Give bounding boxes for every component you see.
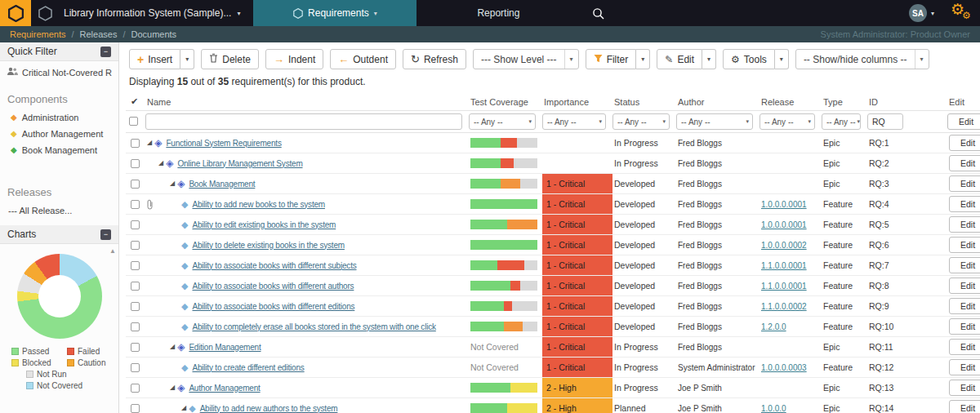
select-all-check-icon[interactable]: ✔ [127,96,138,106]
release-link[interactable]: 1.1.0.0.0001 [761,261,807,270]
edit-row-button[interactable]: Edit [949,155,980,171]
insert-dropdown-button[interactable]: ▾ [180,49,194,69]
requirement-name-link[interactable]: Ability to completely erase all books st… [192,322,435,331]
requirement-name-link[interactable]: Ability to add new books to the system [192,200,325,209]
author-filter-select[interactable]: -- Any --▾ [676,113,753,130]
row-checkbox[interactable] [131,220,140,229]
release-link[interactable]: 1.0.0.0 [761,404,786,413]
show-level-select[interactable]: --- Show Level --- ▾ [473,49,579,69]
collapse-charts-button[interactable]: − [100,229,111,240]
edit-row-button[interactable]: Edit [949,318,980,335]
insert-button[interactable]: + Insert [129,49,180,69]
sidebar-item-component[interactable]: ◆Book Management [0,142,118,158]
edit-row-button[interactable]: Edit [949,359,980,375]
importance-filter-select[interactable]: -- Any --▾ [542,113,606,130]
coverage-donut-chart[interactable] [17,254,102,339]
edit-row-button[interactable]: Edit [949,175,980,192]
requirement-name-link[interactable]: Functional System Requirements [166,139,281,148]
delete-button[interactable]: Delete [201,49,259,69]
row-checkbox[interactable] [131,241,140,250]
expand-collapse-icon[interactable]: ◢ [147,140,152,146]
row-checkbox[interactable] [131,261,140,270]
collapse-quick-filter-button[interactable]: − [100,47,111,57]
sidebar-item-component[interactable]: ◆Administration [0,109,118,126]
row-checkbox[interactable] [131,302,140,311]
release-link[interactable]: 1.0.0.0.0001 [761,220,807,229]
edit-row-button[interactable]: Edit [949,216,980,233]
status-filter-select[interactable]: -- Any --▾ [612,113,670,130]
row-checkbox[interactable] [131,384,140,393]
release-filter-select[interactable]: -- Any --▾ [760,113,815,130]
release-link[interactable]: 1.0.0.0.0002 [761,241,807,250]
product-selector[interactable]: Library Information System (Sample)... ▾ [60,0,253,26]
expand-collapse-icon[interactable]: ◢ [170,180,175,187]
requirement-name-link[interactable]: Ability to edit existing books in the sy… [192,220,336,229]
filter-row-checkbox[interactable] [129,117,138,126]
requirement-name-link[interactable]: Ability to associate books with differen… [192,302,354,311]
requirement-name-link[interactable]: Edition Management [189,343,261,352]
edit-button[interactable]: ✎ Edit [657,49,702,69]
tools-button[interactable]: ⚙ Tools [723,49,775,69]
edit-row-button[interactable]: Edit [947,113,980,130]
app-logo[interactable] [0,0,31,26]
tab-requirements[interactable]: Requirements ▾ [253,0,416,26]
expand-collapse-icon[interactable]: ◢ [170,384,175,391]
release-link[interactable]: 1.1.0.0.0002 [761,302,807,311]
requirement-name-link[interactable]: Ability to create different editions [192,363,304,372]
filter-button[interactable]: Filter [586,49,637,69]
row-checkbox[interactable] [131,363,140,372]
breadcrumb-documents[interactable]: Documents [131,29,176,39]
release-link[interactable]: 1.0.0.0.0003 [761,363,807,372]
breadcrumb-requirements[interactable]: Requirements [10,29,65,39]
id-filter-input[interactable] [867,113,903,130]
column-header-test-coverage[interactable]: Test Coverage [469,97,542,107]
tab-reporting[interactable]: Reporting [416,0,580,26]
quick-filter-item[interactable]: Critical Not-Covered Re [0,61,118,83]
expand-collapse-icon[interactable]: ◢ [181,405,186,411]
scroll-up-arrow[interactable]: ▲ [109,247,116,255]
row-checkbox[interactable] [131,282,140,291]
requirement-name-link[interactable]: Ability to delete existing books in the … [192,241,344,250]
column-header-type[interactable]: Type [822,97,867,107]
edit-row-button[interactable]: Edit [949,400,980,413]
outdent-button[interactable]: ← Outdent [330,49,396,69]
edit-row-button[interactable]: Edit [949,196,980,212]
row-checkbox[interactable] [131,343,140,352]
column-header-name[interactable]: Name [145,97,469,107]
edit-dropdown-button[interactable]: ▾ [702,49,716,69]
user-menu[interactable]: SA ▾ [909,4,934,22]
column-header-release[interactable]: Release [760,97,822,107]
column-header-importance[interactable]: Importance [542,97,612,107]
row-checkbox[interactable] [131,159,140,168]
name-filter-input[interactable] [145,113,462,130]
requirement-name-link[interactable]: Ability to add new authors to the system [200,404,338,413]
filter-dropdown-button[interactable]: ▾ [636,49,650,69]
requirement-name-link[interactable]: Online Library Management System [177,159,302,168]
sidebar-item-release[interactable]: --- All Release... [0,202,118,219]
expand-collapse-icon[interactable]: ◢ [158,160,163,167]
row-checkbox[interactable] [131,180,140,189]
requirement-name-link[interactable]: Ability to associate books with differen… [192,282,354,291]
search-icon[interactable] [580,0,616,26]
show-hide-columns-select[interactable]: -- Show/hide columns -- ▾ [795,49,929,69]
row-checkbox[interactable] [131,139,140,148]
expand-collapse-icon[interactable]: ◢ [170,344,175,350]
release-link[interactable]: 1.0.0.0.0001 [761,200,807,209]
edit-row-button[interactable]: Edit [949,257,980,273]
requirement-name-link[interactable]: Ability to associate books with differen… [192,261,356,270]
coverage-filter-select[interactable]: -- Any --▾ [469,113,536,130]
row-checkbox[interactable] [131,404,140,413]
edit-row-button[interactable]: Edit [949,278,980,294]
column-header-status[interactable]: Status [612,97,676,107]
edit-row-button[interactable]: Edit [949,339,980,355]
column-header-id[interactable]: ID [867,97,910,107]
release-link[interactable]: 1.2.0.0 [761,322,786,331]
breadcrumb-releases[interactable]: Releases [80,29,118,39]
type-filter-select[interactable]: -- Any --▾ [822,113,861,130]
row-checkbox[interactable] [131,322,140,331]
tools-dropdown-button[interactable]: ▾ [775,49,789,69]
sidebar-item-component[interactable]: ◆Author Management [0,126,118,142]
requirement-name-link[interactable]: Book Management [189,180,255,189]
indent-button[interactable]: → Indent [265,49,323,69]
edit-row-button[interactable]: Edit [949,237,980,253]
